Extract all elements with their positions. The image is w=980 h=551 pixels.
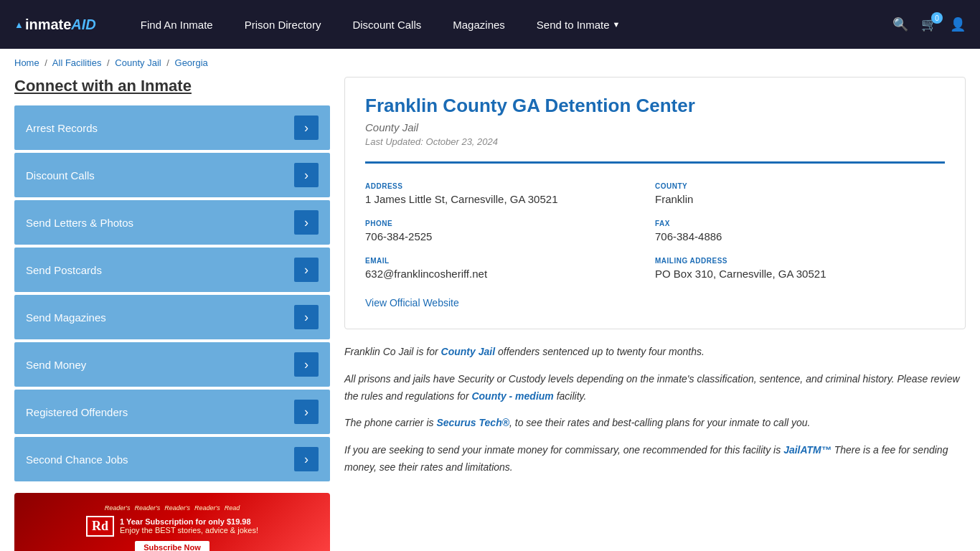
sidebar-label-second-chance: Second Chance Jobs [26,453,128,466]
user-icon: 👤 [950,17,966,32]
account-button[interactable]: 👤 [950,17,966,32]
ad-promo-text: 1 Year Subscription for only $19.98 [120,517,258,526]
sidebar-item-second-chance[interactable]: Second Chance Jobs › [14,437,330,481]
ad-subscribe-button[interactable]: Subscribe Now [135,541,209,552]
nav-magazines[interactable]: Magazines [437,0,521,49]
search-button[interactable]: 🔍 [892,17,908,32]
sidebar-arrow-discount-calls: › [294,163,319,187]
breadcrumb-all-facilities[interactable]: All Facilities [52,57,102,68]
sidebar-arrow-send-magazines: › [294,305,319,329]
fax-label: FAX [655,220,945,227]
sidebar-label-send-letters: Send Letters & Photos [26,217,133,229]
breadcrumb: Home / All Facilities / County Jail / Ge… [0,49,980,77]
sidebar-item-arrest-records[interactable]: Arrest Records › [14,105,330,150]
desc-para-3: The phone carrier is Securus Tech®, to s… [344,415,966,432]
sidebar-title: Connect with an Inmate [14,77,330,95]
detail-phone: PHONE 706-384-2525 [365,212,655,250]
sidebar-label-send-money: Send Money [26,359,86,371]
breadcrumb-state[interactable]: Georgia [175,57,208,68]
sidebar-item-send-postcards[interactable]: Send Postcards › [14,248,330,292]
rd-logo: Rd [86,516,114,537]
sidebar-label-arrest-records: Arrest Records [26,122,98,134]
detail-fax: FAX 706-384-4886 [655,212,945,250]
jailatm-link[interactable]: JailATM™ [783,444,831,456]
sidebar-advertisement[interactable]: Reader's Reader's Reader's Reader's Read… [14,493,330,551]
county-jail-link-1[interactable]: County Jail [441,346,495,357]
sidebar: Connect with an Inmate Arrest Records › … [14,77,330,551]
main-content: Franklin County GA Detention Center Coun… [344,77,966,551]
cart-button[interactable]: 🛒 0 [921,17,937,32]
sidebar-item-send-money[interactable]: Send Money › [14,342,330,387]
navbar: ▲ inmateAID Find An Inmate Prison Direct… [0,0,980,49]
chevron-down-icon: ▼ [613,20,621,29]
nav-prison-directory[interactable]: Prison Directory [229,0,337,49]
county-medium-link[interactable]: County - medium [471,390,553,402]
facility-card: Franklin County GA Detention Center Coun… [344,77,966,329]
sidebar-label-send-postcards: Send Postcards [26,264,102,276]
sidebar-arrow-send-money: › [294,352,319,377]
address-label: ADDRESS [365,182,655,190]
county-value: Franklin [655,193,945,205]
sidebar-item-send-letters[interactable]: Send Letters & Photos › [14,200,330,245]
nav-icons: 🔍 🛒 0 👤 [892,17,966,32]
ad-sub-text: Enjoy the BEST stories, advice & jokes! [120,526,258,534]
breadcrumb-county-jail[interactable]: County Jail [115,57,161,68]
nav-links: Find An Inmate Prison Directory Discount… [125,0,892,49]
sidebar-arrow-second-chance: › [294,447,319,471]
site-logo[interactable]: ▲ inmateAID [14,17,96,33]
sidebar-menu: Arrest Records › Discount Calls › Send L… [14,105,330,481]
breadcrumb-sep-3: / [166,57,169,68]
nav-find-inmate[interactable]: Find An Inmate [125,0,229,49]
search-icon: 🔍 [892,17,908,32]
facility-name: Franklin County GA Detention Center [365,95,945,117]
email-value: 632@franklincosheriff.net [365,268,655,280]
sidebar-arrow-send-postcards: › [294,258,319,282]
email-label: EMAIL [365,257,655,265]
facility-description: Franklin Co Jail is for County Jail offe… [344,344,966,476]
sidebar-label-registered-offenders: Registered Offenders [26,406,128,418]
detail-address: ADDRESS 1 James Little St, Carnesville, … [365,175,655,212]
county-label: COUNTY [655,182,945,190]
desc-para-4: If you are seeking to send your inmate m… [344,442,966,476]
mailing-value: PO Box 310, Carnesville, GA 30521 [655,268,945,280]
facility-details: ADDRESS 1 James Little St, Carnesville, … [365,161,945,287]
facility-type: County Jail [365,121,945,133]
address-value: 1 James Little St, Carnesville, GA 30521 [365,193,655,205]
sidebar-item-discount-calls[interactable]: Discount Calls › [14,153,330,197]
breadcrumb-sep-1: / [44,57,47,68]
mailing-label: MAILING ADDRESS [655,257,945,265]
desc-para-2: All prisons and jails have Security or C… [344,371,966,405]
sidebar-item-send-magazines[interactable]: Send Magazines › [14,295,330,339]
official-website-link[interactable]: View Official Website [365,297,459,309]
sidebar-label-discount-calls: Discount Calls [26,169,95,182]
phone-value: 706-384-2525 [365,230,655,242]
detail-email: EMAIL 632@franklincosheriff.net [365,250,655,287]
main-layout: Connect with an Inmate Arrest Records › … [0,77,980,551]
sidebar-arrow-arrest-records: › [294,116,319,140]
securus-link[interactable]: Securus Tech® [436,417,509,428]
ad-content: Reader's Reader's Reader's Reader's Read… [79,497,265,552]
breadcrumb-sep-2: / [107,57,110,68]
breadcrumb-home[interactable]: Home [14,57,39,68]
desc-para-1: Franklin Co Jail is for County Jail offe… [344,344,966,361]
cart-badge: 0 [931,12,943,24]
phone-label: PHONE [365,220,655,227]
detail-mailing: MAILING ADDRESS PO Box 310, Carnesville,… [655,250,945,287]
facility-last-updated: Last Updated: October 23, 2024 [365,136,945,147]
fax-value: 706-384-4886 [655,230,945,242]
sidebar-label-send-magazines: Send Magazines [26,311,106,324]
sidebar-item-registered-offenders[interactable]: Registered Offenders › [14,390,330,434]
sidebar-arrow-registered-offenders: › [294,400,319,424]
detail-county: COUNTY Franklin [655,175,945,212]
nav-discount-calls[interactable]: Discount Calls [336,0,437,49]
sidebar-arrow-send-letters: › [294,210,319,235]
nav-send-to-inmate[interactable]: Send to Inmate ▼ [521,0,636,49]
